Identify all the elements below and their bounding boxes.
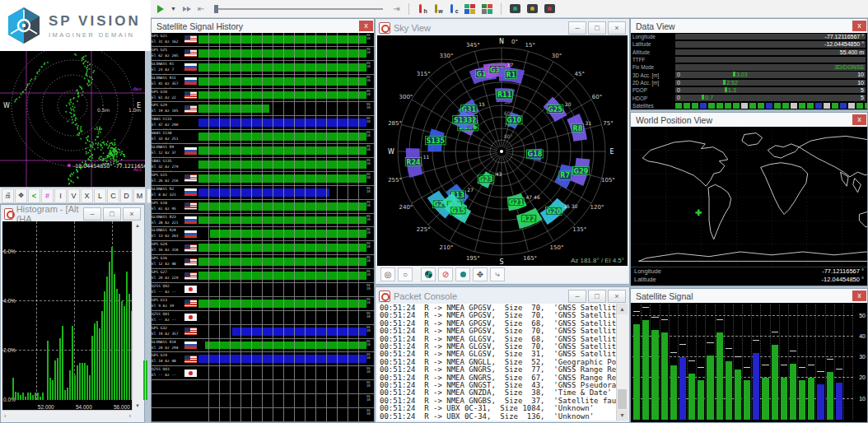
flag-placeholder bbox=[184, 383, 197, 391]
data-view-title: Data View bbox=[636, 21, 675, 31]
capture-icon-1[interactable] bbox=[508, 2, 522, 16]
ru-flag-icon bbox=[184, 188, 197, 196]
scrollbar-thumb[interactable] bbox=[618, 389, 627, 409]
maximize-icon[interactable]: □ bbox=[588, 290, 606, 303]
us-flag-icon bbox=[184, 300, 197, 307]
y-axis-label: 30 bbox=[859, 354, 866, 360]
color-grid-alt-icon[interactable] bbox=[480, 2, 494, 16]
svg-text:R22: R22 bbox=[521, 216, 535, 223]
us-flag-icon bbox=[184, 202, 197, 210]
close-icon[interactable]: × bbox=[123, 207, 141, 221]
svg-text:E: E bbox=[609, 148, 614, 156]
sky-view-titlebar: Sky View – □ × bbox=[377, 21, 628, 35]
history-row: 5518 bbox=[152, 394, 374, 408]
history-row: GLONASS R23El 28 Az 221C/N0 31.55518 bbox=[152, 214, 374, 228]
signal-bar-slot bbox=[725, 304, 734, 420]
sky-view-toolbar: ◎ ○ ⊘ ✥ ⤷ bbox=[377, 266, 628, 282]
capture-icon-3[interactable] bbox=[543, 2, 557, 16]
flag-placeholder bbox=[184, 160, 197, 168]
y-axis-label: 10 bbox=[859, 395, 866, 401]
svg-text:120°: 120° bbox=[590, 204, 604, 211]
history-row: GPS G15El 26 Az 216C/N0 42.05518 bbox=[152, 172, 374, 186]
capture-icon-2[interactable] bbox=[525, 2, 539, 16]
svg-text:R7: R7 bbox=[560, 172, 570, 179]
data-view-row: Altitude55.400 m bbox=[631, 49, 867, 56]
thermometer-warm-icon[interactable]: w bbox=[432, 2, 444, 16]
history-row: 5518 bbox=[152, 408, 374, 422]
sky-satellite: G2035 30 bbox=[540, 198, 578, 225]
close-icon[interactable]: x bbox=[852, 114, 866, 125]
skip-to-start-icon[interactable]: ⇤ bbox=[196, 2, 206, 16]
no-entry-icon[interactable]: ⊘ bbox=[438, 267, 453, 281]
world-position-body: ✚ Longitude-77.12116567 °Latitude-12.044… bbox=[631, 127, 867, 286]
signal-bar-slot bbox=[771, 304, 780, 420]
svg-text:315°: 315° bbox=[417, 71, 431, 77]
ru-flag-icon bbox=[184, 216, 197, 224]
svg-text:11: 11 bbox=[423, 154, 430, 160]
thermometer-hot-icon[interactable]: h bbox=[416, 2, 428, 16]
signal-bar-slot bbox=[716, 304, 725, 420]
deviation-toolbar: 🖨 ✥ < # IVXLCDMAC bbox=[0, 187, 145, 204]
grid-toggle-icon[interactable]: # bbox=[41, 188, 54, 203]
signal-history-body: GPS G21El 31 Az 162C/N0 46.05518GPS G25E… bbox=[152, 33, 374, 422]
pan-cross-icon[interactable]: ✥ bbox=[473, 267, 488, 281]
app-roundel-icon bbox=[379, 291, 390, 302]
maximize-icon[interactable]: □ bbox=[103, 207, 121, 221]
close-icon[interactable]: x bbox=[852, 291, 866, 301]
close-icon[interactable]: x bbox=[852, 21, 866, 31]
data-view-row: Longitude-77.12116567 ° bbox=[631, 33, 867, 40]
dot-icon[interactable] bbox=[455, 267, 470, 281]
roman-key-d[interactable]: D bbox=[120, 188, 133, 203]
minimize-icon[interactable]: – bbox=[568, 290, 586, 303]
fast-forward-icon[interactable] bbox=[181, 2, 193, 16]
chevron-left-icon[interactable]: < bbox=[28, 188, 40, 203]
play-icon[interactable] bbox=[156, 2, 166, 16]
trace-icon[interactable]: ⤷ bbox=[490, 267, 505, 281]
playback-slider-handle[interactable] bbox=[214, 5, 218, 13]
data-view-row: HDOP00.75 bbox=[631, 94, 867, 101]
position-marker-icon: ✚ bbox=[695, 208, 702, 217]
packet-console-scrollbar[interactable]: ▲ ▼ bbox=[616, 304, 628, 421]
history-row: GLONASS R2El 8 Az 321C/N0 --5518 bbox=[152, 186, 374, 200]
thermometer-cold-icon[interactable]: c bbox=[447, 2, 460, 16]
history-row: SBAS S135El 32 Az 279C/N0 36.55518 bbox=[152, 158, 374, 172]
roman-key-v[interactable]: V bbox=[68, 188, 80, 203]
sky-view-title: Sky View bbox=[394, 23, 431, 33]
histogram-hscrollbar[interactable]: ‹› bbox=[2, 410, 133, 421]
print-icon[interactable]: 🖨 bbox=[2, 188, 14, 203]
sky-satellite: G2520 bbox=[544, 96, 572, 122]
satellite-status-squares bbox=[675, 103, 867, 109]
history-row: QZSS Q01El -- Az --C/N0 --5518 bbox=[152, 311, 374, 325]
svg-text:G20: G20 bbox=[547, 208, 562, 216]
signal-bar-slot bbox=[670, 304, 679, 420]
globe-icon[interactable] bbox=[421, 267, 436, 281]
roman-key-i[interactable]: I bbox=[54, 188, 67, 203]
satellite-signal-title: Satellite Signal bbox=[636, 291, 693, 301]
close-icon[interactable]: × bbox=[608, 290, 626, 303]
maximize-icon[interactable]: □ bbox=[588, 21, 606, 35]
caret-down-icon[interactable]: ▼ bbox=[169, 2, 178, 16]
svg-text:S: S bbox=[499, 258, 503, 266]
circle-icon[interactable]: ○ bbox=[398, 267, 413, 281]
minimize-icon[interactable]: – bbox=[568, 21, 586, 35]
svg-text:15: 15 bbox=[478, 101, 485, 107]
svg-text:-12.04454850° -77.12116567°: -12.04454850° -77.12116567° bbox=[73, 163, 145, 169]
close-icon[interactable]: x bbox=[359, 21, 373, 31]
svg-text:N: N bbox=[499, 38, 504, 45]
satellite-signal-chart bbox=[632, 304, 853, 420]
color-grid-icon[interactable] bbox=[463, 2, 477, 16]
skip-to-end-icon[interactable]: ⇥ bbox=[391, 2, 401, 16]
histogram-vscrollbar[interactable]: ▲▼ bbox=[132, 221, 142, 411]
target-icon[interactable]: ◎ bbox=[380, 267, 395, 281]
roman-key-m[interactable]: M bbox=[133, 188, 146, 203]
roman-key-c[interactable]: C bbox=[107, 188, 119, 203]
roman-key-l[interactable]: L bbox=[94, 188, 106, 203]
close-icon[interactable]: × bbox=[608, 21, 626, 35]
pan-icon[interactable]: ✥ bbox=[15, 188, 27, 203]
sky-satellite: R831 bbox=[567, 114, 591, 142]
roman-key-x[interactable]: X bbox=[81, 188, 93, 203]
minimize-icon[interactable]: – bbox=[83, 207, 101, 221]
sky-satellite: R1 bbox=[498, 67, 525, 84]
playback-slider[interactable] bbox=[214, 8, 383, 10]
history-row: GLONASS R14El 24 Az 294C/N0 22.25518 bbox=[152, 339, 374, 353]
